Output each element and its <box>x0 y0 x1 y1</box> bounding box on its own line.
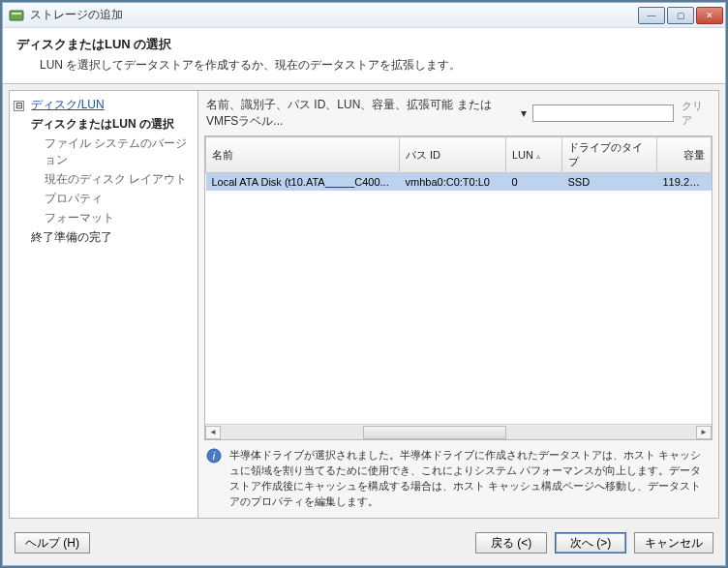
nav-step-disk-layout: 現在のディスク レイアウト <box>14 171 194 188</box>
nav-root-row: ⊟ ディスク/LUN <box>14 97 194 113</box>
page-title: ディスクまたはLUN の選択 <box>16 36 712 53</box>
wizard-header: ディスクまたはLUN の選択 LUN を選択してデータストアを作成するか、現在の… <box>3 28 725 84</box>
content-panel: 名前、識別子、パス ID、LUN、容量、拡張可能 または VMFSラベル... … <box>198 90 719 519</box>
cancel-button[interactable]: キャンセル <box>634 532 713 553</box>
close-button[interactable]: ✕ <box>696 7 723 24</box>
cell-capacity: 119.24 GB <box>657 173 712 192</box>
col-capacity[interactable]: 容量 <box>657 137 712 173</box>
info-text: 半導体ドライブが選択されました。半導体ドライブに作成されたデータストアは、ホスト… <box>229 448 711 510</box>
svg-rect-0 <box>10 11 23 20</box>
filter-label: 名前、識別子、パス ID、LUN、容量、拡張可能 または VMFSラベル... <box>206 97 515 130</box>
info-icon: i <box>206 448 222 463</box>
filter-bar: 名前、識別子、パス ID、LUN、容量、拡張可能 または VMFSラベル... … <box>198 91 718 135</box>
table-row[interactable]: Local ATA Disk (t10.ATA_____C400... vmhb… <box>206 173 712 192</box>
col-path-id[interactable]: パス ID <box>400 137 506 173</box>
horizontal-scrollbar[interactable]: ◄ ► <box>205 424 712 439</box>
spacer <box>98 532 468 553</box>
col-lun[interactable]: LUN▵ <box>506 137 562 173</box>
wizard-body: ⊟ ディスク/LUN ディスクまたはLUN の選択 ファイル システムのバージョ… <box>3 84 725 524</box>
col-lun-label: LUN <box>512 149 533 161</box>
nav-step-format: フォーマット <box>14 210 194 226</box>
scroll-right-icon[interactable]: ► <box>696 426 712 439</box>
table-header-row: 名前 パス ID LUN▵ ドライブのタイプ 容量 <box>206 137 712 173</box>
filter-dropdown-icon[interactable]: ▾ <box>521 106 527 120</box>
cell-drive: SSD <box>562 173 657 192</box>
page-subtitle: LUN を選択してデータストアを作成するか、現在のデータストアを拡張します。 <box>16 53 712 74</box>
filter-clear-button[interactable]: クリア <box>680 99 711 128</box>
disk-table: 名前 パス ID LUN▵ ドライブのタイプ 容量 Local ATA Disk… <box>204 135 713 440</box>
svg-rect-1 <box>12 13 21 15</box>
scroll-left-icon[interactable]: ◄ <box>205 426 221 439</box>
maximize-button[interactable]: ▢ <box>667 7 694 24</box>
cell-lun: 0 <box>506 173 562 192</box>
collapse-icon[interactable]: ⊟ <box>14 101 24 111</box>
titlebar[interactable]: ストレージの追加 — ▢ ✕ <box>3 3 725 28</box>
wizard-steps-nav: ⊟ ディスク/LUN ディスクまたはLUN の選択 ファイル システムのバージョ… <box>9 90 198 519</box>
help-button[interactable]: ヘルプ (H) <box>15 532 90 553</box>
minimize-button[interactable]: — <box>638 7 665 24</box>
nav-step-select-disk: ディスクまたはLUN の選択 <box>14 116 194 133</box>
cell-name: Local ATA Disk (t10.ATA_____C400... <box>206 173 400 192</box>
sort-asc-icon: ▵ <box>536 152 540 161</box>
app-icon <box>9 8 24 23</box>
col-name[interactable]: 名前 <box>206 137 400 173</box>
nav-step-disk-lun[interactable]: ディスク/LUN <box>31 98 104 111</box>
nav-step-fs-version: ファイル システムのバージョン <box>14 135 194 168</box>
back-button[interactable]: 戻る (<) <box>475 532 547 553</box>
cell-path: vmhba0:C0:T0:L0 <box>400 173 506 192</box>
next-button[interactable]: 次へ (>) <box>555 532 626 553</box>
window-title: ストレージの追加 <box>30 7 638 23</box>
col-drive-type[interactable]: ドライブのタイプ <box>562 137 657 173</box>
scroll-track[interactable] <box>221 426 696 439</box>
add-storage-wizard-window: ストレージの追加 — ▢ ✕ ディスクまたはLUN の選択 LUN を選択してデ… <box>2 2 726 566</box>
nav-step-properties: プロパティ <box>14 191 194 207</box>
window-control-buttons: — ▢ ✕ <box>638 7 723 24</box>
scroll-thumb[interactable] <box>363 426 505 439</box>
nav-step-ready: 終了準備の完了 <box>14 229 194 246</box>
filter-input[interactable] <box>532 105 674 122</box>
wizard-button-bar: ヘルプ (H) 戻る (<) 次へ (>) キャンセル <box>3 524 725 565</box>
info-message: i 半導体ドライブが選択されました。半導体ドライブに作成されたデータストアは、ホ… <box>198 440 718 518</box>
